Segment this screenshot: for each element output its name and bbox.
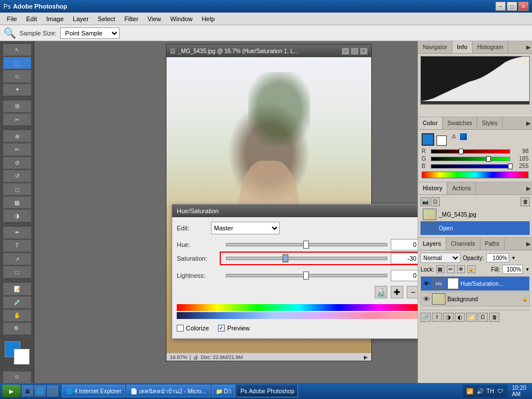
history-delete-btn[interactable]: 🗑 xyxy=(521,197,530,206)
tool-shape[interactable]: □ xyxy=(3,266,31,278)
eyedropper-subtract-button[interactable]: − xyxy=(407,286,418,298)
tab-info[interactable]: Info xyxy=(452,41,473,53)
layer-group-btn[interactable]: 📁 xyxy=(466,313,477,322)
layer-adjustment-btn[interactable]: ◐ xyxy=(455,313,465,322)
tab-paths[interactable]: Paths xyxy=(481,238,505,250)
opacity-input[interactable] xyxy=(486,253,509,262)
color-panel-expand[interactable]: ▶ xyxy=(526,120,531,126)
edit-select[interactable]: Master Reds Yellows Greens Cyans Blues M… xyxy=(211,222,280,234)
menu-view[interactable]: View xyxy=(143,14,166,23)
tab-navigator[interactable]: Navigator xyxy=(418,41,452,53)
sample-size-select[interactable]: Point Sample 3 by 3 Average 5 by 5 Avera… xyxy=(60,27,120,39)
tab-actions[interactable]: Actions xyxy=(447,182,476,194)
color-spectrum[interactable] xyxy=(422,171,529,178)
layer-link-btn[interactable]: 🔗 xyxy=(420,313,431,322)
menu-file[interactable]: File xyxy=(2,14,22,23)
taskbar-ie[interactable]: 🌐 4 Internet Explorer xyxy=(62,385,125,397)
color-selector[interactable] xyxy=(5,341,30,364)
g-slider-thumb[interactable] xyxy=(486,156,491,162)
lock-all-btn[interactable]: 🔒 xyxy=(467,265,475,273)
eyedropper-sample-button[interactable]: 🔬 xyxy=(375,286,387,298)
tool-dodge[interactable]: ◑ xyxy=(3,209,31,222)
lock-transparent-btn[interactable]: ▩ xyxy=(436,265,444,273)
tray-volume-icon[interactable]: 🔊 xyxy=(475,386,485,396)
tool-notes[interactable]: 📝 xyxy=(3,282,31,295)
menu-edit[interactable]: Edit xyxy=(22,14,42,23)
eyedropper-add-button[interactable]: ✚ xyxy=(391,286,403,298)
tool-eyedropper[interactable]: 💉 xyxy=(3,296,31,309)
doc-close[interactable]: × xyxy=(360,47,368,55)
tab-styles[interactable]: Styles xyxy=(477,117,502,129)
fg-color-swatch[interactable] xyxy=(422,133,434,146)
b-slider-thumb[interactable] xyxy=(508,163,513,169)
start-button[interactable]: ▶ xyxy=(2,385,21,397)
fill-expand[interactable]: ▼ xyxy=(525,267,530,272)
taskbar-explorer[interactable]: 📁 D:\ xyxy=(212,385,236,397)
hue-slider-thumb[interactable] xyxy=(303,241,309,249)
saturation-input[interactable] xyxy=(391,253,418,264)
layer-mask-btn[interactable]: ◑ xyxy=(443,313,454,322)
tool-screen-mode[interactable]: ⊡ xyxy=(3,371,31,384)
layers-panel-expand[interactable]: ▶ xyxy=(526,241,531,247)
tool-pen[interactable]: ✒ xyxy=(3,226,31,239)
minimize-button[interactable]: − xyxy=(495,2,506,11)
opacity-expand[interactable]: ▼ xyxy=(511,256,516,261)
colorize-checkbox[interactable] xyxy=(177,325,184,332)
tool-move[interactable]: ↖ xyxy=(3,43,31,56)
layer-delete-btn[interactable]: 🗑 xyxy=(489,313,499,322)
tab-color[interactable]: Color xyxy=(418,117,443,129)
tool-history-brush[interactable]: ↺ xyxy=(3,170,31,182)
menu-help[interactable]: Help xyxy=(197,14,220,23)
lightness-slider-thumb[interactable] xyxy=(303,272,309,280)
tool-slice[interactable]: ✂ xyxy=(3,113,31,126)
doc-arrow[interactable]: ▶ xyxy=(364,354,368,360)
tray-antivirus-icon[interactable]: 🛡 xyxy=(496,386,505,396)
close-button[interactable]: × xyxy=(518,2,529,11)
tool-text[interactable]: T xyxy=(3,240,31,252)
layer-eye-0[interactable]: 👁 xyxy=(422,280,430,288)
tool-hand[interactable]: ✋ xyxy=(3,309,31,322)
taskbar-word[interactable]: 📄 เทคนิคหน้าบ้าน2 - Micro... xyxy=(126,385,210,397)
menu-filter[interactable]: Filter xyxy=(120,14,142,23)
tab-channels[interactable]: Channels xyxy=(446,238,480,250)
tool-eraser[interactable]: ◻ xyxy=(3,183,31,195)
layer-new-btn[interactable]: 🗋 xyxy=(478,313,488,322)
tool-marquee[interactable]: ⬚ xyxy=(3,57,31,69)
tab-swatches[interactable]: Swatches xyxy=(443,117,477,129)
tool-magic-wand[interactable]: ✦ xyxy=(3,83,31,96)
history-new-doc-btn[interactable]: 🗋 xyxy=(431,197,440,206)
layer-eye-1[interactable]: 👁 xyxy=(422,295,430,303)
media-quicklaunch-btn[interactable]: 🎵 xyxy=(47,385,58,397)
tool-gradient[interactable]: ▦ xyxy=(3,196,31,209)
bg-color-swatch[interactable] xyxy=(436,135,447,146)
tool-heal[interactable]: ⊕ xyxy=(3,130,31,142)
layer-style-btn[interactable]: f xyxy=(432,313,442,322)
blend-mode-select[interactable]: Normal Multiply Screen xyxy=(420,253,460,263)
tool-zoom[interactable]: 🔍 xyxy=(3,322,31,335)
ie-quicklaunch-btn[interactable]: 🌐 xyxy=(34,385,46,397)
menu-window[interactable]: Window xyxy=(166,14,197,23)
doc-minimize[interactable]: − xyxy=(342,47,350,55)
maximize-button[interactable]: □ xyxy=(507,2,517,11)
show-desktop-btn[interactable]: 🖥 xyxy=(22,385,33,397)
lightness-input[interactable] xyxy=(391,270,418,281)
tab-histogram[interactable]: Histogram xyxy=(473,41,509,53)
saturation-slider-thumb[interactable] xyxy=(283,254,288,262)
panel-expand-icon[interactable]: ▶ xyxy=(526,44,531,50)
system-clock[interactable]: 10:20AM xyxy=(509,385,530,397)
history-panel-expand[interactable]: ▶ xyxy=(526,185,531,191)
lock-image-btn[interactable]: ✏ xyxy=(447,265,455,273)
r-slider-thumb[interactable] xyxy=(459,149,463,154)
history-item-0[interactable]: _MG_5435.jpg xyxy=(420,208,530,221)
fill-input[interactable] xyxy=(502,265,523,274)
history-snapshot-btn[interactable]: 📷 xyxy=(420,197,430,206)
tool-clone[interactable]: ⊘ xyxy=(3,157,31,169)
tool-crop[interactable]: ⊞ xyxy=(3,100,31,113)
tray-language-icon[interactable]: TH xyxy=(486,386,495,396)
tool-lasso[interactable]: ⊂ xyxy=(3,70,31,82)
lock-position-btn[interactable]: ✙ xyxy=(457,265,465,273)
history-item-1[interactable]: Open xyxy=(420,221,530,235)
tool-brush[interactable]: ✏ xyxy=(3,143,31,155)
menu-layer[interactable]: Layer xyxy=(68,14,93,23)
layer-background[interactable]: 👁 Background 🔒 xyxy=(420,292,530,306)
